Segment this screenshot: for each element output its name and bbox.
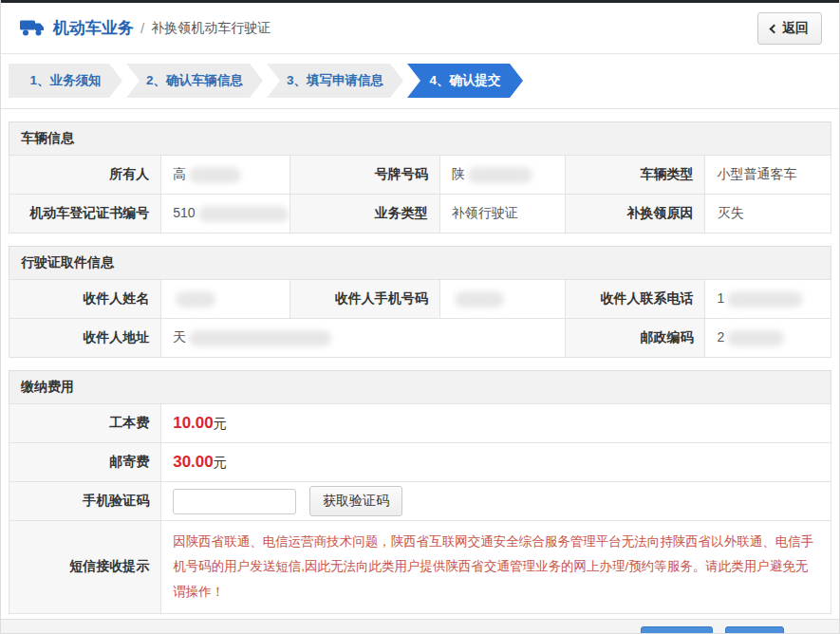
table-row: 手机验证码 获取验证码 (9, 482, 831, 521)
postcode-value: 2 (705, 319, 831, 358)
step-2-confirm-vehicle[interactable]: 2、确认车辆信息 (126, 64, 263, 98)
fees-section-title: 缴纳费用 (9, 370, 831, 403)
redacted-blur (468, 167, 532, 183)
redacted-blur (176, 291, 215, 308)
table-row: 收件人姓名 收件人手机号码 收件人联系电话 1 (9, 280, 831, 319)
reason-value: 灭失 (705, 195, 831, 233)
recipient-address-value: 天 (161, 319, 566, 358)
recipient-name-value (161, 280, 290, 319)
table-row: 工本费 10.00元 (9, 404, 831, 443)
plate-value: 陕 (439, 156, 565, 195)
vehicle-section-title: 车辆信息 (9, 121, 831, 155)
page-header: 机动车业务 / 补换领机动车行驶证 返回 (1, 3, 839, 54)
business-type-value: 补领行驶证 (439, 195, 565, 233)
redacted-blur (189, 167, 241, 183)
sms-notice-cell: 因陕西省联通、电信运营商技术问题，陕西省互联网交通安全综合服务管理平台无法向持陕… (161, 521, 831, 614)
recipient-address-label: 收件人地址 (9, 319, 161, 358)
recipient-name-label: 收件人姓名 (9, 280, 161, 319)
step-1-business-notice[interactable]: 1、业务须知 (9, 64, 122, 98)
fees-section: 缴纳费用 工本费 10.00元 邮寄费 30.00元 手机验证码 获取验证码 短… (9, 370, 831, 614)
back-chevron-icon (770, 24, 779, 33)
finish-button[interactable]: 完成 (725, 626, 784, 634)
breadcrumb-divider: / (140, 20, 144, 36)
vehicle-type-value: 小型普通客车 (705, 156, 831, 195)
sms-notice-label: 短信接收提示 (9, 521, 161, 614)
pickup-info-table: 收件人姓名 收件人手机号码 收件人联系电话 1 收件人地址 天 邮政编码 2 (9, 279, 831, 358)
sms-code-label: 手机验证码 (9, 482, 161, 521)
postcode-label: 邮政编码 (566, 319, 705, 358)
cert-number-value: 510 (161, 195, 290, 233)
plate-label: 号牌号码 (290, 156, 440, 195)
sms-code-input[interactable] (173, 489, 296, 514)
step-4-label: 4、确认提交 (429, 73, 500, 87)
table-row: 机动车登记证书编号 510 业务类型 补领行驶证 补换领原因 灭失 (9, 195, 831, 233)
redacted-blur (727, 330, 784, 346)
postage-fee-unit: 元 (214, 455, 227, 470)
redacted-blur (198, 206, 289, 222)
footer-action-bar: 上一步 完成 (1, 619, 839, 634)
redacted-blur (727, 291, 803, 308)
prev-step-button[interactable]: 上一步 (641, 626, 713, 634)
owner-value: 高 (161, 156, 290, 195)
step-1-label: 1、业务须知 (29, 73, 101, 87)
postage-fee-value: 30.00元 (161, 443, 831, 482)
pickup-info-section: 行驶证取件信息 收件人姓名 收件人手机号码 收件人联系电话 1 收件人地址 天 … (9, 246, 831, 358)
recipient-phone-value: 1 (705, 280, 831, 319)
cost-fee-unit: 元 (214, 416, 227, 431)
table-row: 所有人 高 号牌号码 陕 车辆类型 小型普通客车 (9, 156, 831, 195)
fees-table: 工本费 10.00元 邮寄费 30.00元 手机验证码 获取验证码 短信接收提示… (9, 403, 831, 614)
sms-notice-text: 因陕西省联通、电信运营商技术问题，陕西省互联网交通安全综合服务管理平台无法向持陕… (173, 530, 819, 605)
reason-label: 补换领原因 (566, 195, 705, 233)
vehicle-info-table: 所有人 高 号牌号码 陕 车辆类型 小型普通客车 机动车登记证书编号 510 业… (9, 155, 831, 233)
owner-label: 所有人 (9, 156, 161, 195)
page: 机动车业务 / 补换领机动车行驶证 返回 1、业务须知 2、确认车辆信息 3、填… (0, 0, 840, 634)
recipient-phone-label: 收件人联系电话 (566, 280, 705, 319)
truck-icon (20, 19, 46, 37)
back-button[interactable]: 返回 (757, 12, 822, 45)
get-code-button[interactable]: 获取验证码 (309, 486, 402, 516)
redacted-blur (455, 291, 504, 308)
step-2-label: 2、确认车辆信息 (146, 73, 243, 87)
recipient-mobile-value (439, 280, 565, 319)
back-button-label: 返回 (782, 20, 809, 37)
business-type-label: 业务类型 (290, 195, 440, 233)
step-nav: 1、业务须知 2、确认车辆信息 3、填写申请信息 4、确认提交 (1, 54, 839, 109)
step-3-label: 3、填写申请信息 (287, 73, 383, 87)
cost-fee-amount: 10.00 (173, 414, 214, 432)
cost-fee-value: 10.00元 (161, 404, 831, 443)
postage-fee-label: 邮寄费 (9, 443, 161, 482)
table-row: 收件人地址 天 邮政编码 2 (9, 319, 831, 358)
sms-code-cell: 获取验证码 (161, 482, 831, 521)
cost-fee-label: 工本费 (9, 404, 161, 443)
postage-fee-amount: 30.00 (173, 453, 214, 471)
page-title: 机动车业务 (53, 17, 134, 39)
vehicle-info-section: 车辆信息 所有人 高 号牌号码 陕 车辆类型 小型普通客车 机动车登记证书编号 … (9, 121, 831, 233)
pickup-section-title: 行驶证取件信息 (9, 246, 831, 279)
cert-number-label: 机动车登记证书编号 (9, 195, 161, 233)
step-4-confirm-submit[interactable]: 4、确认提交 (407, 64, 523, 98)
redacted-blur (189, 330, 331, 346)
table-row: 短信接收提示 因陕西省联通、电信运营商技术问题，陕西省互联网交通安全综合服务管理… (9, 521, 831, 614)
page-subtitle: 补换领机动车行驶证 (151, 20, 271, 37)
step-3-fill-application[interactable]: 3、填写申请信息 (267, 64, 403, 98)
recipient-mobile-label: 收件人手机号码 (290, 280, 440, 319)
table-row: 邮寄费 30.00元 (9, 443, 831, 482)
vehicle-type-label: 车辆类型 (566, 156, 705, 195)
